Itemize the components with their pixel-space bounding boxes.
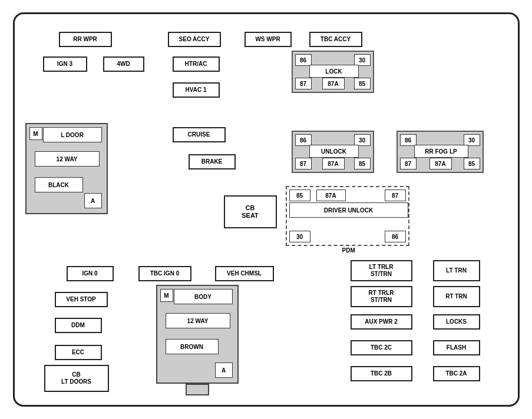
fuse-4wd: 4WD — [103, 56, 144, 72]
relay-lock-86: 86 — [295, 54, 312, 66]
fuse-veh-stop: VEH STOP — [55, 292, 108, 307]
relay-fog-85: 85 — [464, 158, 480, 169]
connector-body-body: BODY — [174, 289, 233, 304]
connector-left-door: M L DOOR 12 WAY BLACK A — [25, 123, 108, 214]
fuse-brake: BRAKE — [189, 154, 236, 169]
relay-unlock-87a: 87A — [322, 158, 345, 169]
fuse-flash: FLASH — [433, 340, 480, 355]
fuse-veh-chmsl: VEH CHMSL — [215, 266, 274, 281]
fuse-rt-trn: RT TRN — [433, 286, 480, 307]
fuse-ddm: DDM — [55, 318, 102, 333]
pdm-label: PDM — [342, 247, 355, 254]
connector-body-m: M — [160, 289, 173, 302]
connector-body-brown: BROWN — [166, 339, 219, 354]
fuse-hvac1: HVAC 1 — [173, 82, 220, 98]
pdm-86: 86 — [385, 231, 406, 242]
connector-left-ldoor: L DOOR — [43, 127, 102, 142]
pdm-box: 85 87A 87 DRIVER UNLOCK 30 86 — [286, 186, 409, 246]
relay-fog-86: 86 — [400, 134, 417, 146]
relay-fog-87: 87 — [400, 158, 417, 169]
fuse-ign0: IGN 0 — [67, 266, 114, 281]
fuse-tbc-accy: TBC ACCY — [309, 32, 362, 47]
pdm-87a: 87A — [316, 189, 346, 201]
fuse-ws-wpr: WS WPR — [244, 32, 292, 47]
relay-rr-fog-group: 86 30 RR FOG LP 87 87A 85 — [396, 131, 484, 173]
fuse-tbc-ign0: TBC IGN 0 — [138, 266, 191, 281]
fuse-tbc-2b: TBC 2B — [351, 366, 412, 381]
relay-unlock-group: 86 30 UNLOCK 87 87A 85 — [292, 131, 374, 173]
relay-unlock-30: 30 — [354, 134, 371, 146]
fuse-rt-trlr: RT TRLRST/TRN — [351, 286, 412, 307]
relay-unlock-label: UNLOCK — [309, 145, 359, 158]
relay-fog-30: 30 — [464, 134, 480, 146]
pdm-driver-unlock: DRIVER UNLOCK — [289, 202, 408, 218]
connector-body-tab — [186, 384, 209, 395]
fuse-ign3: IGN 3 — [43, 56, 87, 72]
fuse-cruise: CRUISE — [173, 127, 226, 142]
pdm-30: 30 — [289, 231, 310, 242]
relay-unlock-85: 85 — [354, 158, 371, 169]
fuse-lt-trn: LT TRN — [433, 260, 480, 281]
connector-left-12way: 12 WAY — [35, 151, 100, 167]
fuse-aux-pwr2: AUX PWR 2 — [351, 314, 412, 330]
relay-unlock-86: 86 — [295, 134, 312, 146]
pdm-85: 85 — [289, 189, 310, 201]
relay-fog-87a: 87A — [429, 158, 452, 169]
fuse-tbc-2c: TBC 2C — [351, 340, 412, 355]
connector-body-a: A — [215, 363, 233, 378]
fuse-diagram: RR WPR SEO ACCY WS WPR TBC ACCY IGN 3 4W… — [13, 12, 520, 407]
relay-lock-label: LOCK — [309, 65, 359, 78]
fuse-htr-ac: HTR/AC — [173, 56, 220, 72]
pdm-87: 87 — [385, 189, 406, 201]
relay-lock-30: 30 — [354, 54, 371, 66]
relay-lock-87: 87 — [295, 78, 312, 89]
fuse-seo-accy: SEO ACCY — [168, 32, 221, 47]
connector-left-a: A — [84, 193, 102, 208]
fuse-rr-wpr: RR WPR — [59, 32, 112, 47]
relay-unlock-87: 87 — [295, 158, 312, 169]
fuse-ecc: ECC — [55, 345, 102, 360]
fuse-cb-seat: CBSEAT — [224, 195, 277, 228]
relay-lock-85: 85 — [354, 78, 371, 89]
fuse-lt-trlr: LT TRLRST/TRN — [351, 260, 412, 281]
fuse-cb-lt-doors: CBLT DOORS — [44, 365, 109, 392]
connector-body: M BODY 12 WAY BROWN A — [156, 285, 239, 384]
relay-lock-87a: 87A — [322, 78, 345, 89]
connector-left-black: BLACK — [35, 177, 83, 192]
connector-body-12way: 12 WAY — [166, 313, 230, 328]
fuse-locks: LOCKS — [433, 314, 480, 330]
relay-lock-group: 86 30 LOCK 87 87A 85 — [292, 51, 374, 93]
connector-left-m: M — [29, 127, 42, 140]
relay-fog-label: RR FOG LP — [414, 145, 468, 158]
fuse-tbc-2a: TBC 2A — [433, 366, 480, 381]
